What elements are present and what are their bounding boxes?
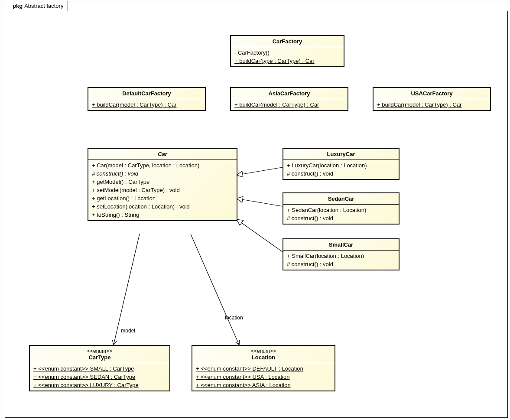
svg-line-0 [237, 167, 283, 175]
class-ops: LuxuryCar(location : Location)construct(… [283, 160, 399, 179]
operation: buildCar(model : CarType) : Car [234, 101, 344, 109]
operation: Car(model : CarType, location : Location… [92, 161, 233, 169]
class-ops: SedanCar(location : Location)construct()… [283, 205, 399, 224]
class-name: USACarFactory [374, 88, 490, 99]
svg-line-1 [237, 199, 283, 206]
operation: construct() : void [92, 169, 233, 178]
class-ops: buildCar(model : CarType) : Car [374, 99, 490, 110]
operation: toString() : String [92, 211, 233, 219]
class-car: Car Car(model : CarType, location : Loca… [88, 148, 237, 221]
operation: buildCar(type : CarType) : Car [234, 57, 340, 65]
operation: <<enum constant>> LUXURY : CarType [33, 381, 166, 389]
operation: getModel() : CarType [92, 178, 233, 186]
class-name: LuxuryCar [283, 149, 399, 160]
operation: construct() : void [287, 260, 395, 268]
operation: setModel(model : CarType) : void [92, 186, 233, 194]
svg-line-4 [191, 234, 239, 345]
class-ops: Car(model : CarType, location : Location… [88, 160, 237, 220]
package-name: Abstract factory [24, 3, 63, 9]
operation: getLocation() : Location [92, 194, 233, 202]
class-ops: buildCar(model : CarType) : Car [231, 99, 348, 110]
class-ops: SmallCar(location : Location)construct()… [283, 251, 399, 270]
operation: <<enum constant>> SEDAN : CarType [33, 373, 166, 381]
class-name: DefaultCarFactory [88, 88, 205, 99]
operation: SmallCar(location : Location) [287, 252, 395, 260]
operation: LuxuryCar(location : Location) [287, 161, 395, 169]
class-name: Car [88, 149, 237, 160]
class-ops: buildCar(model : CarType) : Car [88, 99, 205, 110]
operation: construct() : void [287, 169, 395, 178]
package-tab: pkgAbstract factory [8, 1, 68, 11]
class-name: <<enum>> CarType [30, 346, 169, 363]
operation: CarFactory() [234, 49, 340, 57]
assoc-label-model: - model [118, 328, 135, 334]
class-name: <<enum>> Location [192, 346, 335, 363]
class-name: CarFactory [231, 36, 344, 47]
operation: construct() : void [287, 214, 395, 222]
operation: <<enum constant>> SMALL : CarType [33, 365, 166, 373]
class-name: SmallCar [283, 239, 399, 251]
package-prefix: pkg [13, 3, 23, 9]
operation: <<enum constant>> DEFAULT : Location [196, 365, 331, 373]
class-sedancar: SedanCar SedanCar(location : Location)co… [283, 192, 400, 225]
class-location: <<enum>> Location <<enum constant>> DEFA… [192, 345, 335, 391]
class-ops: <<enum constant>> DEFAULT : Location<<en… [192, 363, 335, 391]
operation: <<enum constant>> ASIA : Location [196, 381, 331, 389]
operation: setLocation(location : Location) : void [92, 202, 233, 211]
class-defaultcarfactory: DefaultCarFactory buildCar(model : CarTy… [88, 87, 206, 111]
class-carfactory: CarFactory CarFactory()buildCar(type : C… [230, 35, 344, 67]
class-name: SedanCar [283, 193, 399, 205]
class-cartype: <<enum>> CarType <<enum constant>> SMALL… [29, 345, 170, 391]
class-luxurycar: LuxuryCar LuxuryCar(location : Location)… [283, 148, 400, 180]
diagram-canvas: pkgAbstract factory CarF [1, 1, 510, 420]
diagram-inner: CarFactory CarFactory()buildCar(type : C… [5, 11, 508, 418]
class-name: AsiaCarFactory [231, 88, 348, 99]
operation: buildCar(model : CarType) : Car [92, 101, 201, 109]
class-asiacarfactory: AsiaCarFactory buildCar(model : CarType)… [230, 87, 348, 111]
class-usacarfactory: USACarFactory buildCar(model : CarType) … [373, 87, 491, 111]
operation: <<enum constant>> USA : Location [196, 373, 331, 381]
assoc-label-location: - location [222, 315, 243, 321]
operation: SedanCar(location : Location) [287, 206, 395, 214]
svg-line-2 [237, 219, 283, 252]
class-ops: <<enum constant>> SMALL : CarType<<enum … [30, 363, 169, 391]
class-ops: CarFactory()buildCar(type : CarType) : C… [231, 47, 344, 66]
class-smallcar: SmallCar SmallCar(location : Location)co… [283, 238, 400, 270]
operation: buildCar(model : CarType) : Car [377, 101, 487, 109]
